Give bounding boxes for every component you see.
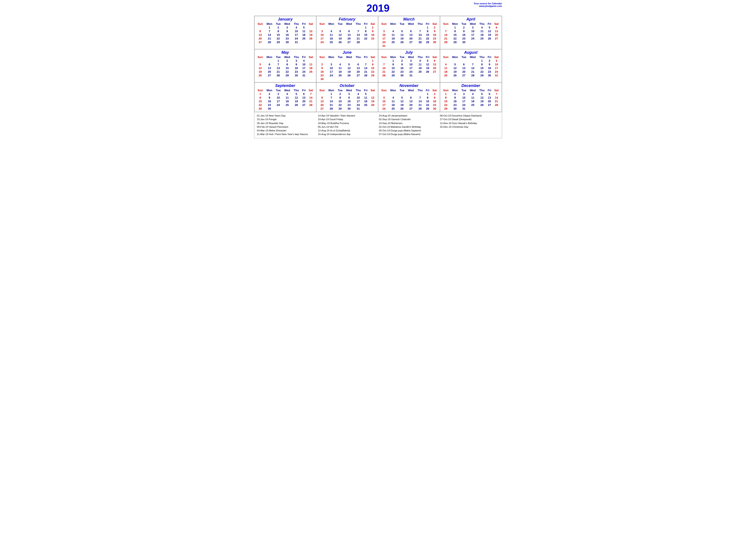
day-cell: 28 [327,107,336,110]
day-cell: 9 [292,63,301,66]
day-cell: 1 [389,59,398,63]
holiday-item: 04-Mar-19 Maha Shivaratri [257,129,316,132]
day-cell: 20 [301,99,307,103]
day-cell: 28 [363,73,369,77]
day-cell: 10 [460,96,468,99]
day-cell: 1 [327,92,336,96]
day-cell: 7 [354,29,363,33]
day-header: Sun [256,22,265,26]
day-cell [416,73,424,77]
holiday-item: 01-Jan-19 New Years Day [257,114,316,118]
day-cell: 24 [460,103,468,107]
day-cell: 12 [424,63,431,66]
holiday-item: 10-Sep-19 Muharram [379,122,438,125]
day-header: Fri [424,55,431,59]
day-cell: 13 [406,99,416,103]
day-header: Fri [363,88,369,92]
day-cell [354,77,363,81]
day-cell: 27 [406,107,416,110]
month-block-february: FebruarySunMonTueWedThuFriSat12345678910… [316,16,378,49]
day-cell: 15 [442,99,450,103]
day-cell [369,107,377,110]
day-header: Wed [406,22,416,26]
day-cell: 17 [468,33,478,37]
day-cell: 22 [424,103,431,107]
day-cell: 13 [301,96,307,99]
month-name: April [442,17,500,21]
day-cell: 26 [344,73,354,77]
month-table: SunMonTueWedThuFriSat1234567891011121314… [318,22,377,44]
day-cell [369,77,377,81]
day-cell: 30 [460,40,468,44]
day-cell: 15 [283,66,292,70]
day-cell: 30 [486,73,493,77]
day-cell: 22 [369,70,377,73]
day-cell: 30 [431,40,439,44]
day-cell: 28 [468,73,478,77]
day-header: Sat [369,22,377,26]
day-cell: 20 [406,103,416,107]
day-cell [389,26,398,29]
day-cell: 7 [363,63,369,66]
day-cell [424,44,431,48]
day-cell: 9 [398,63,406,66]
day-cell: 12 [478,96,486,99]
day-cell: 3 [274,92,283,96]
month-block-june: JuneSunMonTueWedThuFriSat123456789101112… [316,49,378,82]
day-cell: 14 [468,66,478,70]
day-cell: 30 [450,107,460,110]
day-cell: 25 [478,37,486,40]
day-cell: 17 [292,33,301,37]
holiday-item: 02-Sep-19 Ganesh Chaturthi [379,118,438,121]
day-cell [478,40,486,44]
day-header: Sat [369,88,377,92]
day-cell: 27 [486,103,493,107]
day-cell: 3 [327,63,336,66]
day-header: Thu [478,22,486,26]
day-cell: 28 [493,103,500,107]
day-cell: 17 [493,66,500,70]
day-cell: 5 [478,92,486,96]
day-cell: 17 [274,99,283,103]
day-cell: 3 [380,29,389,33]
day-cell: 4 [389,29,398,33]
day-cell: 12 [450,66,460,70]
day-cell: 22 [478,70,486,73]
day-cell: 1 [369,59,377,63]
day-cell: 24 [274,103,283,107]
day-cell: 9 [460,29,468,33]
day-cell [327,77,336,81]
day-cell: 3 [406,59,416,63]
day-cell: 26 [307,37,315,40]
day-cell [336,26,344,29]
day-cell: 19 [398,37,406,40]
day-cell: 7 [380,63,389,66]
day-cell: 15 [424,33,431,37]
day-cell: 15 [336,99,344,103]
day-header: Sat [493,55,500,59]
day-header: Wed [406,88,416,92]
day-cell: 2 [431,26,439,29]
day-cell: 2 [336,92,344,96]
day-cell [380,26,389,29]
day-header: Wed [468,55,478,59]
day-cell: 27 [344,40,354,44]
day-header: Tue [460,88,468,92]
holiday-item: 09-Feb-19 Vasant Panchami [257,125,316,129]
day-cell: 29 [424,107,431,110]
day-cell: 27 [318,107,327,110]
day-cell [336,59,344,63]
day-cell: 7 [274,63,283,66]
day-header: Sun [442,22,450,26]
month-table: SunMonTueWedThuFriSat1234567891011121314… [380,55,439,77]
day-cell: 8 [256,96,265,99]
day-header: Sat [307,22,315,26]
day-cell [493,107,500,110]
day-cell: 6 [301,92,307,96]
day-cell: 8 [450,29,460,33]
day-cell: 11 [336,66,344,70]
day-cell: 25 [283,103,292,107]
day-cell: 17 [354,99,363,103]
day-cell: 30 [398,73,406,77]
day-header: Mon [327,55,336,59]
